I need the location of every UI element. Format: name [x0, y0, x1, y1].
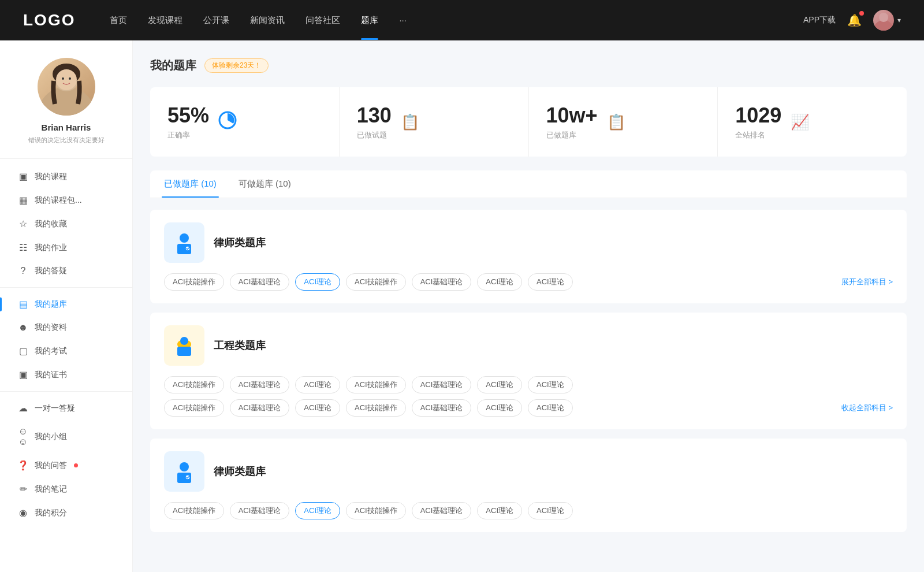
sidebar-item-我的收藏[interactable]: ☆ 我的收藏 [0, 212, 132, 236]
sidebar-icon: ◉ [17, 507, 29, 518]
sidebar-item-我的证书[interactable]: ▣ 我的证书 [0, 363, 132, 387]
stat-value-group: 1029 全站排名 [735, 103, 781, 140]
navbar-menu-item[interactable]: 新闻资讯 [250, 15, 285, 26]
sidebar-item-我的考试[interactable]: ▢ 我的考试 [0, 339, 132, 363]
user-avatar-menu[interactable]: ▾ [873, 10, 901, 31]
bank-tag[interactable]: ACI技能操作 [346, 273, 406, 291]
stat-icon: 📋 [401, 113, 419, 131]
bank-card: 律师类题库 ACI技能操作ACI基础理论ACI理论ACI技能操作ACI基础理论A… [150, 210, 907, 303]
navbar-menu-item[interactable]: 问答社区 [305, 15, 340, 26]
sidebar-item-我的答疑[interactable]: ? 我的答疑 [0, 259, 132, 283]
sidebar-label: 我的笔记 [35, 484, 67, 495]
bank-icon [164, 222, 204, 263]
sidebar-icon: ☷ [17, 242, 29, 253]
bank-card-header: 律师类题库 [164, 222, 893, 263]
sidebar-item-我的笔记[interactable]: ✏ 我的笔记 [0, 477, 132, 501]
stat-item-0: 55% 正确率 [150, 87, 340, 157]
expand-collapse-link[interactable]: 收起全部科目 > [841, 403, 893, 413]
sidebar-item-一对一答疑[interactable]: ☁ 一对一答疑 [0, 396, 132, 420]
sidebar-item-我的积分[interactable]: ◉ 我的积分 [0, 501, 132, 525]
sidebar-item-我的作业[interactable]: ☷ 我的作业 [0, 236, 132, 259]
notification-bell[interactable]: 🔔 [847, 13, 862, 27]
app-download-link[interactable]: APP下载 [803, 15, 836, 25]
navbar-menu-item[interactable]: 首页 [110, 15, 127, 26]
stat-label: 全站排名 [735, 130, 781, 140]
bank-tag[interactable]: ACI技能操作 [164, 273, 224, 291]
bank-tag[interactable]: ACI理论 [295, 399, 340, 417]
bank-card-header: 律师类题库 [164, 451, 893, 492]
bank-tag[interactable]: ACI基础理论 [230, 376, 290, 393]
bank-tag[interactable]: ACI理论 [528, 502, 573, 519]
stat-value: 10w+ [546, 103, 598, 128]
bank-tag[interactable]: ACI技能操作 [164, 399, 224, 417]
bank-tag[interactable]: ACI技能操作 [346, 502, 406, 519]
sidebar-label: 我的资料 [35, 322, 67, 333]
sidebar-icon: ▢ [17, 346, 29, 356]
sidebar-icon: ? [17, 266, 29, 276]
sidebar-item-我的课程包[interactable]: ▦ 我的课程包... [0, 188, 132, 212]
stat-label: 已做题库 [546, 130, 598, 140]
stat-value-group: 55% 正确率 [167, 103, 209, 140]
stats-row: 55% 正确率 130 已做试题 📋 10w+ 已做题库 📋 1029 全站排名… [150, 87, 907, 157]
bank-tag[interactable]: ACI技能操作 [164, 502, 224, 519]
bank-tag[interactable]: ACI技能操作 [346, 376, 406, 393]
bank-tag[interactable]: ACI理论 [477, 376, 522, 393]
bank-tag[interactable]: ACI技能操作 [346, 399, 406, 417]
bank-tag[interactable]: ACI基础理论 [230, 502, 290, 519]
bank-tags-container: ACI技能操作ACI基础理论ACI理论ACI技能操作ACI基础理论ACI理论AC… [164, 376, 893, 417]
sidebar-label: 我的考试 [35, 346, 67, 356]
sidebar-icon: ❓ [17, 460, 29, 471]
sidebar-icon: ☻ [17, 322, 29, 333]
bank-tag[interactable]: ACI基础理论 [412, 376, 472, 393]
sidebar-profile: Brian Harris 错误的决定比没有决定要好 [0, 58, 132, 159]
bank-tag[interactable]: ACI技能操作 [164, 376, 224, 393]
bank-tag[interactable]: ACI理论 [528, 376, 573, 393]
sidebar-item-我的题库[interactable]: ▤ 我的题库 [0, 292, 132, 316]
svg-point-6 [62, 77, 64, 80]
bank-tag[interactable]: ACI理论 [477, 273, 522, 291]
navbar-menu-item[interactable]: 公开课 [203, 15, 229, 26]
sidebar-item-我的问答[interactable]: ❓ 我的问答 [0, 454, 132, 477]
bank-tag[interactable]: ACI理论 [295, 502, 340, 519]
navbar-menu-item[interactable]: 发现课程 [148, 15, 182, 26]
svg-point-9 [180, 233, 189, 243]
bank-tag[interactable]: ACI基础理论 [412, 273, 472, 291]
profile-motto: 错误的决定比没有决定要好 [28, 136, 105, 144]
bank-tags-row: ACI技能操作ACI基础理论ACI理论ACI技能操作ACI基础理论ACI理论AC… [164, 502, 893, 519]
bank-tag[interactable]: ACI理论 [528, 273, 573, 291]
sidebar-item-我的小组[interactable]: ☺☺ 我的小组 [0, 420, 132, 454]
sidebar-label: 我的证书 [35, 370, 67, 380]
bank-tag[interactable]: ACI基础理论 [412, 502, 472, 519]
sidebar-icon: ☁ [17, 403, 29, 414]
bank-tag[interactable]: ACI基础理论 [230, 399, 290, 417]
sidebar-label: 我的作业 [35, 243, 67, 253]
trial-badge: 体验剩余23天！ [204, 58, 269, 73]
profile-name: Brian Harris [42, 122, 91, 132]
logo[interactable]: LOGO [23, 11, 75, 29]
sidebar-item-我的课程[interactable]: ▣ 我的课程 [0, 165, 132, 188]
bank-tag[interactable]: ACI理论 [528, 399, 573, 417]
sidebar-item-我的资料[interactable]: ☻ 我的资料 [0, 316, 132, 339]
sidebar-icon: ✏ [17, 484, 29, 495]
sidebar-icon: ☆ [17, 218, 29, 229]
tab-item[interactable]: 已做题库 (10) [162, 170, 219, 198]
expand-collapse-link[interactable]: 展开全部科目 > [841, 277, 893, 287]
navbar-menu-item[interactable]: ··· [399, 15, 407, 26]
navbar-menu-item[interactable]: 题库 [361, 15, 378, 26]
bank-name: 律师类题库 [214, 236, 266, 250]
bank-tags-row: ACI技能操作ACI基础理论ACI理论ACI技能操作ACI基础理论ACI理论AC… [164, 273, 893, 291]
bank-tag[interactable]: ACI基础理论 [230, 273, 290, 291]
stat-item-3: 1029 全站排名 📈 [718, 87, 907, 157]
sidebar-icon: ▤ [17, 299, 29, 310]
svg-point-5 [56, 69, 77, 90]
bank-tag[interactable]: ACI基础理论 [412, 399, 472, 417]
tab-item[interactable]: 可做题库 (10) [236, 170, 293, 198]
bank-tag[interactable]: ACI理论 [295, 273, 340, 291]
unread-badge [74, 463, 78, 467]
bank-card: 律师类题库 ACI技能操作ACI基础理论ACI理论ACI技能操作ACI基础理论A… [150, 439, 907, 532]
bank-tag[interactable]: ACI理论 [295, 376, 340, 393]
bank-name: 律师类题库 [214, 465, 266, 478]
bank-tag[interactable]: ACI理论 [477, 399, 522, 417]
bank-tag[interactable]: ACI理论 [477, 502, 522, 519]
tabs-row: 已做题库 (10)可做题库 (10) [150, 170, 907, 198]
